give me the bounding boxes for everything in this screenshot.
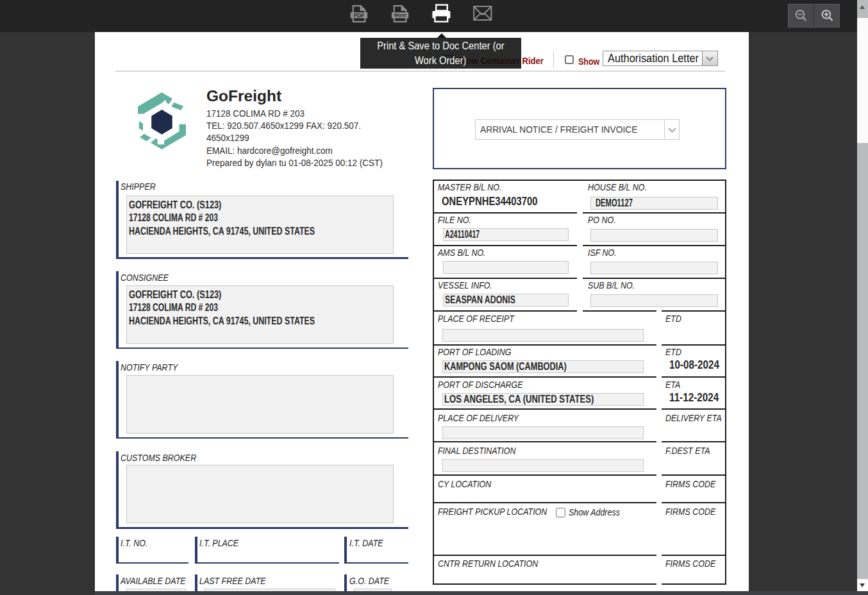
svg-text:Word: Word: [394, 12, 406, 18]
svg-text:PDF: PDF: [353, 12, 364, 18]
